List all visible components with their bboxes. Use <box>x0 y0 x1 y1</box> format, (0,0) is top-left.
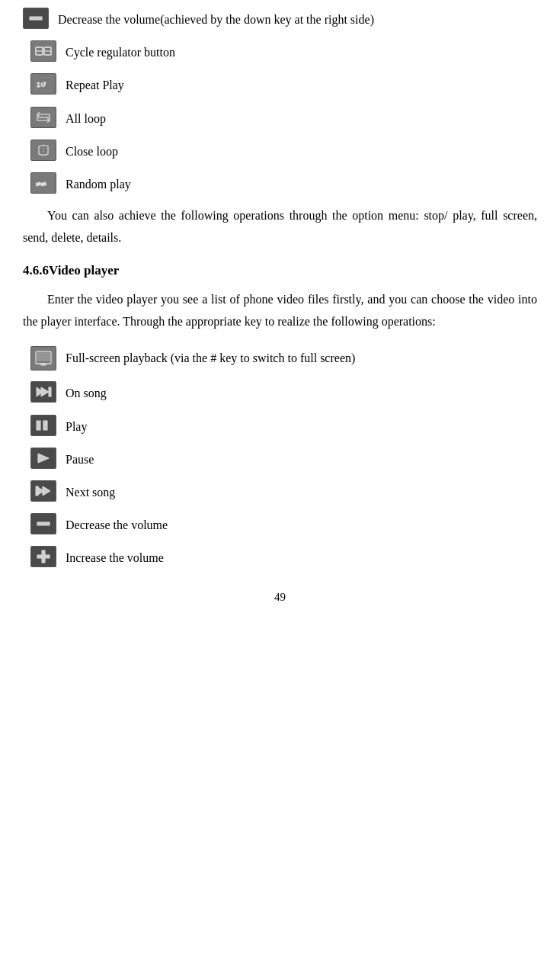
svg-rect-14 <box>37 421 40 430</box>
next-song-text: Next song <box>66 480 115 502</box>
increase-volume-row: Increase the volume <box>30 546 537 568</box>
page-number: 49 <box>23 591 537 604</box>
decrease-volume-top-icon <box>23 8 49 29</box>
cycle-regulator-icon <box>30 40 56 62</box>
random-play-text: Random play <box>66 172 131 194</box>
fullscreen-text: Full-screen playback (via the # key to s… <box>66 346 355 368</box>
svg-marker-18 <box>43 486 50 496</box>
svg-rect-13 <box>49 387 51 396</box>
cycle-regulator-row: Cycle regulator button <box>30 40 537 63</box>
play-text: Play <box>66 415 87 437</box>
fullscreen-row: Full-screen playback (via the # key to s… <box>30 346 537 371</box>
on-song-icon <box>30 381 56 403</box>
svg-text:⇌⇌: ⇌⇌ <box>36 181 46 188</box>
svg-rect-10 <box>41 364 46 365</box>
svg-rect-19 <box>36 486 38 496</box>
pause-text: Pause <box>66 448 94 470</box>
repeat-play-icon: 1↺ <box>30 73 56 95</box>
svg-rect-15 <box>43 421 47 430</box>
close-loop-row: Close loop <box>30 140 537 162</box>
decrease-volume-top-text: Decrease the volume(achieved by the down… <box>58 8 374 30</box>
repeat-play-text: Repeat Play <box>66 73 124 95</box>
random-play-icon: ⇌⇌ <box>30 172 56 194</box>
play-icon <box>30 415 56 436</box>
random-play-row: ⇌⇌ Random play <box>30 172 537 194</box>
close-loop-icon <box>30 140 56 161</box>
svg-text:1↺: 1↺ <box>37 81 46 88</box>
svg-rect-22 <box>42 550 45 563</box>
close-loop-text: Close loop <box>66 140 118 162</box>
section-header-video-player: 4.6.6Video player <box>23 263 537 278</box>
svg-rect-0 <box>30 17 42 20</box>
increase-volume-text: Increase the volume <box>66 546 164 568</box>
bottom-icon-list: Full-screen playback (via the # key to s… <box>30 346 537 568</box>
all-loop-row: All loop <box>30 107 537 129</box>
pause-icon <box>30 448 56 469</box>
svg-rect-8 <box>37 353 50 361</box>
decrease-volume-bottom-text: Decrease the volume <box>66 513 168 535</box>
top-icon-list: Cycle regulator button 1↺ Repeat Play Al… <box>30 40 537 194</box>
on-song-row: On song <box>30 381 537 403</box>
svg-marker-16 <box>38 454 49 463</box>
play-row: Play <box>30 415 537 437</box>
all-loop-text: All loop <box>66 107 106 129</box>
decrease-volume-bottom-row: Decrease the volume <box>30 513 537 535</box>
repeat-play-row: 1↺ Repeat Play <box>30 73 537 95</box>
decrease-volume-bottom-icon <box>30 513 56 534</box>
option-menu-text: You can also achieve the following opera… <box>23 205 537 249</box>
fullscreen-icon <box>30 346 56 371</box>
next-song-row: Next song <box>30 480 537 502</box>
video-intro-text: Enter the video player you see a list of… <box>23 289 537 333</box>
cycle-regulator-text: Cycle regulator button <box>66 40 175 63</box>
pause-row: Pause <box>30 448 537 470</box>
all-loop-icon <box>30 107 56 128</box>
svg-rect-20 <box>37 522 50 525</box>
increase-volume-icon <box>30 546 56 567</box>
decrease-volume-intro-row: Decrease the volume(achieved by the down… <box>23 8 537 30</box>
next-song-icon <box>30 480 56 502</box>
on-song-text: On song <box>66 381 107 403</box>
